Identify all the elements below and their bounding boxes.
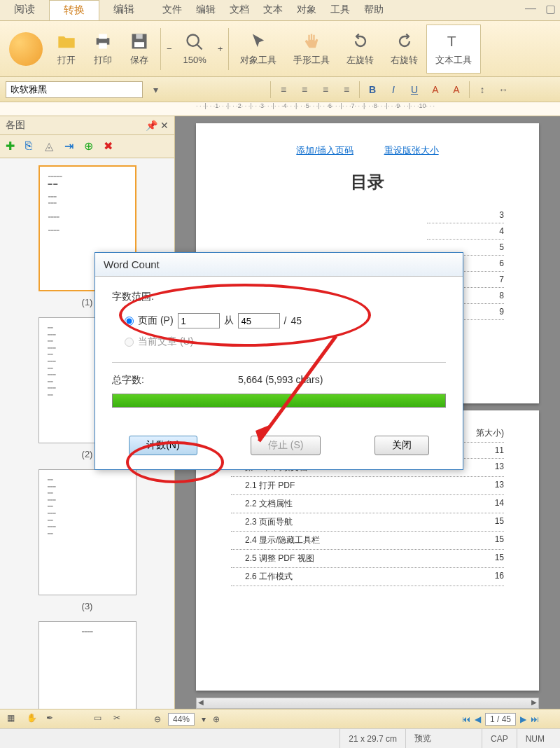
toc-line: 2.4 显示/隐藏工具栏15 [231,532,504,550]
count-button[interactable]: 计数(N) [129,436,197,455]
rotate-right-button[interactable]: 右旋转 [382,25,426,74]
preview-label: 预览 [405,729,440,748]
menu-text[interactable]: 文本 [256,0,290,20]
pen-icon[interactable]: ✒ [46,713,59,726]
tab-convert[interactable]: 转换 [49,0,99,20]
zoom-value[interactable]: 44% [168,713,195,726]
insert-icon[interactable]: ⊕ [84,139,98,153]
pin-icon[interactable]: 📌 [146,120,158,131]
menu-file[interactable]: 文件 [155,0,189,20]
delete-icon[interactable]: ✖ [104,139,118,153]
total-label: 总字数: [112,374,238,387]
extract-icon[interactable]: ◬ [45,139,59,153]
link-add-page[interactable]: 添加/插入页码 [296,145,354,155]
export-icon[interactable]: ⇥ [64,139,78,153]
maximize-button[interactable]: ▢ [540,0,560,17]
zoom-display[interactable]: 150% [175,25,215,74]
num-indicator: NUM [517,729,553,748]
align-right-icon[interactable]: ≡ [317,81,334,98]
page-radio-label: 页面 (P) [138,314,174,327]
slash: / [284,315,287,326]
top-tabs: 阅读 转换 编辑 文件 编辑 文档 文本 对象 工具 帮助 — ▢ [0,0,560,21]
progress-bar [112,394,446,408]
menu-edit[interactable]: 编辑 [189,0,223,20]
toc-num: 4 [427,223,504,240]
from-input[interactable] [178,313,220,328]
italic-button[interactable]: I [385,81,402,98]
snapshot-icon[interactable]: ✂ [113,713,126,726]
underline-button[interactable]: U [406,81,423,98]
superscript-button[interactable]: A [427,81,444,98]
toc-line: 2.2 文档属性14 [231,495,504,513]
total-pages: 45 [290,315,302,326]
open-button[interactable]: 打开 [48,25,85,74]
rotate-left-icon [351,32,370,51]
save-button[interactable]: 保存 [121,25,158,74]
thumb-view-icon[interactable]: ▦ [7,713,20,726]
menu-doc[interactable]: 文档 [223,0,256,20]
spacing2-icon[interactable]: ↔ [495,81,512,98]
bold-button[interactable]: B [364,81,381,98]
word-count-dialog: Word Count 字数范围: 页面 (P) 从 / 45 当前文章 (U) … [94,252,463,470]
align-center-icon[interactable]: ≡ [296,81,313,98]
app-icon[interactable] [9,32,43,66]
hand-tool-button[interactable]: 手形工具 [285,25,338,74]
bottom-toolbar: ▦ ✋ ✒ ▭ ✂ ⊖ 44% ▾ ⊕ ⏮ ◀ 1 / 45 ▶ ⏭ [0,709,560,728]
zoom-out-button[interactable]: − [164,41,175,57]
object-tool-button[interactable]: 对象工具 [232,25,285,74]
align-left-icon[interactable]: ≡ [275,81,292,98]
stop-button: 停止 (S) [251,436,321,455]
hand-icon[interactable]: ✋ [27,713,39,726]
add-icon[interactable]: ✚ [6,139,20,153]
menu-tools[interactable]: 工具 [323,0,357,20]
copy-icon[interactable]: ⎘ [25,139,39,153]
text-icon: T [444,32,463,51]
toc-num: 3 [427,207,504,223]
zoom-in-icon[interactable]: ⊕ [213,714,220,724]
format-bar: ▾ ≡ ≡ ≡ ≡ B I U A A ↕ ↔ [0,77,560,102]
tab-edit[interactable]: 编辑 [99,0,148,20]
toc-extra: 第大小) [476,427,504,439]
zoom-in-button[interactable]: + [215,41,226,57]
rotate-right-icon [395,32,414,51]
select-icon[interactable]: ▭ [94,713,106,726]
minimize-button[interactable]: — [521,0,540,17]
font-select[interactable] [6,81,143,98]
svg-rect-2 [99,43,107,48]
zoom-dropdown-icon[interactable]: ▾ [202,714,206,724]
rotate-left-button[interactable]: 左旋转 [338,25,382,74]
spacing-icon[interactable]: ↕ [474,81,491,98]
page-indicator[interactable]: 1 / 45 [485,713,516,726]
thumb-label-3: (3) [7,601,167,611]
svg-rect-5 [136,34,142,39]
close-button[interactable]: 关闭 [374,436,429,455]
first-page-icon[interactable]: ⏮ [462,714,470,724]
close-icon[interactable]: ✕ [160,120,169,131]
prev-page-icon[interactable]: ◀ [475,714,481,724]
page-title: 目录 [231,171,504,193]
print-button[interactable]: 打印 [85,25,121,74]
menu-object[interactable]: 对象 [290,0,323,20]
text-tool-button[interactable]: T 文本工具 [426,25,481,74]
thumbnail-3[interactable]: ━━━━━━━━━━━━━━━━━━━━━━ [38,469,136,595]
last-page-icon[interactable]: ⏭ [531,714,539,724]
toc-line: 2.3 页面导航15 [231,513,504,532]
zoom-out-icon[interactable]: ⊖ [154,714,161,724]
menu-help[interactable]: 帮助 [357,0,391,20]
panel-tools: ✚ ⎘ ◬ ⇥ ⊕ ✖ [0,135,174,158]
to-input[interactable] [238,313,280,328]
font-dropdown-icon[interactable]: ▾ [147,81,164,98]
align-justify-icon[interactable]: ≡ [338,81,355,98]
next-page-icon[interactable]: ▶ [520,714,526,724]
range-label: 字数范围: [112,291,446,303]
tab-read[interactable]: 阅读 [0,0,49,20]
dialog-title: Word Count [95,253,463,277]
current-radio-label: 当前文章 (U) [138,335,193,348]
cursor-icon [248,32,268,51]
link-resize[interactable]: 重设版张大小 [384,145,439,155]
subscript-button[interactable]: A [448,81,465,98]
page-radio[interactable] [125,317,134,326]
menu-bar: 文件 编辑 文档 文本 对象 工具 帮助 [155,0,391,20]
horizontal-scrollbar[interactable] [196,698,539,709]
cap-indicator: CAP [482,729,517,748]
